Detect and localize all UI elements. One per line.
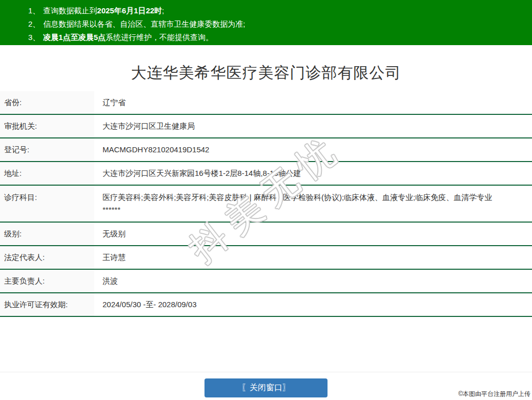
notice-text: 信息数据结果以各省、自治区、直辖市卫生健康委数据为准; — [43, 19, 245, 28]
row-value: 无级别 — [94, 223, 532, 245]
notice-item: 2、信息数据结果以各省、自治区、直辖市卫生健康委数据为准; — [28, 17, 527, 31]
row-value: 洪波 — [94, 270, 532, 292]
close-window-button[interactable]: 〖关闭窗口〗 — [204, 378, 328, 397]
table-row: 省份: 辽宁省 — [0, 91, 532, 115]
copyright-note: ©本图由平台注册用户上传 — [458, 390, 530, 398]
row-value: 辽宁省 — [94, 91, 532, 114]
notice-text-bold: 2025年6月1日22时 — [97, 6, 162, 15]
notice-item: 3、凌晨1点至凌晨5点系统进行维护，不能提供查询。 — [28, 31, 527, 44]
row-value: 大连市沙河口区天兴新家园16号楼1-2层8-14轴,8-13轴公建 — [94, 162, 532, 185]
table-row: 执业许可证有效期: 2024/05/30 -至- 2028/09/03 — [0, 293, 532, 317]
notice-text: ; — [162, 6, 164, 15]
notice-text: 查询数据截止到 — [43, 6, 97, 15]
row-label: 登记号: — [0, 138, 94, 161]
table-row: 地址: 大连市沙河口区天兴新家园16号楼1-2层8-14轴,8-13轴公建 — [0, 162, 532, 186]
notice-text-bold: 凌晨1点至凌晨5点 — [43, 33, 106, 42]
table-row: 级别: 无级别 — [0, 223, 532, 246]
notice-number: 2、 — [28, 19, 40, 28]
row-label: 级别: — [0, 223, 94, 245]
row-label: 诊疗科目: — [0, 186, 94, 222]
row-label: 审批机关: — [0, 115, 94, 137]
page-title: 大连华美希华医疗美容门诊部有限公司 — [0, 64, 532, 82]
row-value: 医疗美容科;美容外科;美容牙科;美容皮肤科 | 麻醉科 | 医学检验科(协议);… — [94, 186, 532, 222]
row-label: 法定代表人: — [0, 246, 94, 269]
row-value: 大连市沙河口区卫生健康局 — [94, 115, 532, 137]
footer: 〖关闭窗口〗 — [0, 372, 532, 397]
row-label: 省份: — [0, 91, 94, 114]
table-row: 登记号: MACMGDHY821020419D1542 — [0, 138, 532, 162]
row-label: 主要负责人: — [0, 270, 94, 292]
table-row: 诊疗科目: 医疗美容科;美容外科;美容牙科;美容皮肤科 | 麻醉科 | 医学检验… — [0, 186, 532, 223]
notice-text: 系统进行维护，不能提供查询。 — [106, 33, 213, 42]
notice-item: 1、查询数据截止到2025年6月1日22时; — [28, 4, 527, 17]
row-value: 2024/05/30 -至- 2028/09/03 — [94, 293, 532, 316]
table-row: 审批机关: 大连市沙河口区卫生健康局 — [0, 115, 532, 138]
table-row: 主要负责人: 洪波 — [0, 270, 532, 293]
notice-number: 1、 — [28, 6, 40, 15]
row-value: 王诗慧 — [94, 246, 532, 269]
license-info-table: 省份: 辽宁省 审批机关: 大连市沙河口区卫生健康局 登记号: MACMGDHY… — [0, 91, 532, 317]
row-value: MACMGDHY821020419D1542 — [94, 138, 532, 161]
row-label: 执业许可证有效期: — [0, 293, 94, 316]
notice-banner: 1、查询数据截止到2025年6月1日22时; 2、信息数据结果以各省、自治区、直… — [0, 0, 532, 45]
row-label: 地址: — [0, 162, 94, 185]
notice-number: 3、 — [28, 33, 40, 42]
table-row: 法定代表人: 王诗慧 — [0, 246, 532, 270]
